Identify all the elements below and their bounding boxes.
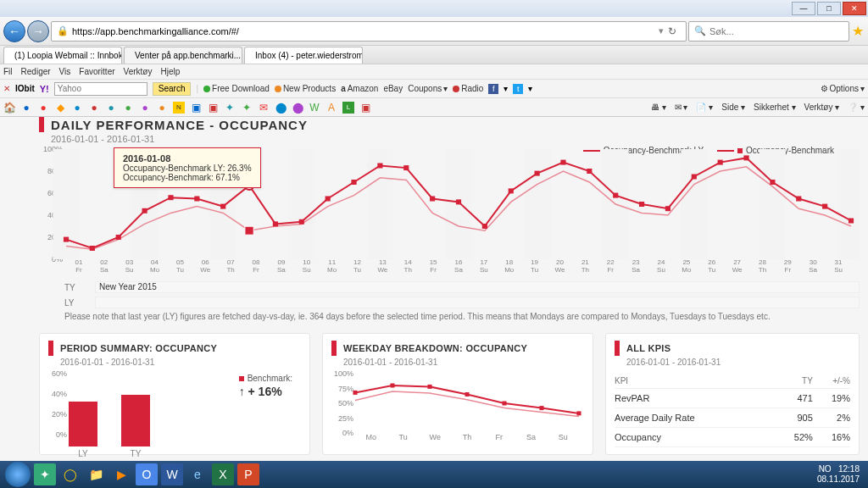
table-row[interactable]: Occupancy52%16% [615,428,850,447]
panel-title: WEEKDAY BREAKDOWN: OCCUPANCY [343,343,527,353]
svg-rect-16 [194,197,199,202]
powerpoint-icon[interactable]: P [237,463,259,485]
chart-note: Please note that last year (LY) figures … [64,312,860,321]
toolbar-link[interactable]: Coupons ▾ [408,84,448,93]
twitter-icon[interactable]: t [513,84,523,94]
panel-title: ALL KPIS [626,343,670,353]
svg-rect-27 [482,224,487,229]
tooltip-line: Occupancy-Benchmark: 67.1% [123,173,240,182]
svg-rect-44 [353,391,357,395]
svg-rect-35 [692,175,697,180]
weekday-chart: 0%25%50%75%100% MoTuWeThFrSaSu [355,374,579,446]
menu-item[interactable]: Fil [3,67,13,76]
ie-icon[interactable]: e [186,463,209,485]
forward-button[interactable]: → [27,20,49,42]
nav-link[interactable]: Sikkerhet ▾ [754,103,795,112]
svg-rect-37 [743,155,748,160]
ty-label: TY [64,283,88,292]
toolbar-options[interactable]: ⚙ Options ▾ [821,84,865,93]
search-input[interactable] [709,26,843,36]
media-icon[interactable]: ▶ [110,463,132,485]
svg-rect-29 [535,171,540,176]
toolbar-link[interactable]: Radio [453,84,483,93]
svg-rect-8 [681,149,707,259]
browser-search[interactable]: 🔍 [688,21,849,42]
chrome-icon[interactable]: ◯ [59,463,81,485]
tyly-row: TY New Year 2015 LY [64,281,860,308]
browser-tabs: (1) Loopia Webmail :: Innboks Venter på … [0,46,868,64]
favorites-icon[interactable]: ★ [851,23,865,39]
benchmark-box: Benchmark: ↑ + 16% [239,374,292,398]
tooltip-date: 2016-01-08 [123,153,170,164]
menu-item[interactable]: Favoritter [79,67,114,76]
weekday-panel: WEEKDAY BREAKDOWN: OCCUPANCY 2016-01-01 … [322,333,593,455]
benchmark-label: Benchmark: [248,374,292,383]
svg-rect-46 [427,385,431,389]
nav-icon[interactable]: 📄 ▾ [696,103,713,112]
nav-icon[interactable]: ✉ ▾ [675,103,688,112]
menu-item[interactable]: Rediger [21,67,51,76]
svg-rect-26 [456,199,461,204]
fav-icon[interactable]: ● [20,102,32,114]
refresh-icon[interactable]: ↻ [664,25,681,37]
tab-label: (1) Loopia Webmail :: Innboks [14,51,122,60]
dashboard-content: DAILY PERFORMANCE - OCCUPANCY 2016-01-01… [39,117,860,461]
nav-icon[interactable]: 🖶 ▾ [651,103,666,112]
tab[interactable]: (1) Loopia Webmail :: Innboks [3,47,122,64]
explorer-icon[interactable]: 📁 [85,463,107,485]
home-icon[interactable]: 🏠 [3,102,15,114]
menu-item[interactable]: Verktøy [124,67,153,76]
toolbar-link[interactable]: Free Download [203,84,270,93]
svg-rect-48 [502,402,506,406]
tab-active[interactable]: Venter på app.benchmarki...✕ [124,47,242,64]
daily-performance-panel: DAILY PERFORMANCE - OCCUPANCY 2016-01-01… [39,117,860,321]
toolbar-link[interactable]: aAmazon [341,84,378,93]
col-kpi: KPI [615,374,776,389]
toolbar-link[interactable]: New Products [275,84,336,93]
chart-tooltip: 2016-01-08 Occupancy-Benchmark LY: 26.3%… [114,147,261,188]
table-row[interactable]: Average Daily Rate9052% [615,408,850,428]
svg-rect-21 [326,197,331,202]
back-button[interactable]: ← [3,20,25,42]
kpi-panel: ALL KPIS 2016-01-01 - 2016-01-31 KPI TY … [605,333,860,455]
svg-rect-38 [770,180,775,185]
facebook-icon[interactable]: f [488,84,498,94]
svg-rect-34 [665,206,670,211]
system-clock[interactable]: NO 12:18 08.11.2017 [817,464,863,485]
toolbar-brand: IObit [15,84,35,93]
svg-rect-17 [220,204,225,209]
svg-rect-33 [639,202,644,207]
svg-rect-50 [576,411,581,415]
nav-link[interactable]: Side ▾ [721,103,745,112]
accent-bar [39,117,44,132]
svg-rect-41 [849,219,854,224]
excel-icon[interactable]: X [212,463,234,485]
menu-item[interactable]: Hjelp [160,67,180,76]
nav-link[interactable]: Verktøy ▾ [804,103,840,112]
outlook-icon[interactable]: O [136,463,158,485]
close-button[interactable]: ✕ [843,2,866,15]
start-button[interactable] [5,462,31,487]
menu-item[interactable]: Vis [59,67,71,76]
toolbar-link[interactable]: eBay [383,84,403,93]
minimize-button[interactable]: — [792,2,815,15]
tab[interactable]: Inbox (4) - peter.wiederstrom... [244,47,363,64]
taskbar-app[interactable]: ✦ [34,463,56,485]
table-row[interactable]: RevPAR47119% [615,389,850,408]
lang-indicator: NO [819,464,832,474]
svg-rect-30 [560,160,565,165]
fav-icon[interactable]: ◆ [54,102,66,114]
url-input[interactable] [72,26,659,36]
toolbar-search[interactable] [54,82,147,96]
word-icon[interactable]: W [161,463,183,485]
svg-rect-12 [90,246,95,251]
fav-icon[interactable]: ● [37,102,49,114]
maximize-button[interactable]: □ [817,2,841,15]
address-bar[interactable]: 🔒 ▾ ↻ [51,21,687,42]
clock-time: 12:18 [838,464,860,474]
toolbar-search-btn[interactable]: Search [153,82,192,96]
help-icon[interactable]: ❔ ▾ [848,103,865,112]
svg-rect-25 [430,197,435,202]
panel-title: DAILY PERFORMANCE - OCCUPANCY [51,118,308,132]
kpi-table: KPI TY +/-% RevPAR47119%Average Daily Ra… [615,374,850,447]
